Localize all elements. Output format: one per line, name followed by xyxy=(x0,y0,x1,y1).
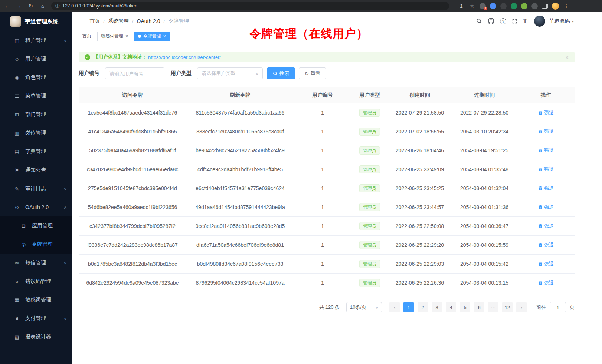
close-icon[interactable]: × xyxy=(163,34,166,39)
breadcrumb-system[interactable]: 系统管理 xyxy=(108,18,129,24)
refresh-token-cell: 333ecfc71e02480cb11055c875c3ca0f xyxy=(186,122,294,141)
browser-menu-icon[interactable]: ⋮ xyxy=(563,3,570,9)
actions-cell: 强退 xyxy=(517,179,575,198)
sidebar-item-report-designer[interactable]: ▧ 报表设计器 xyxy=(0,328,72,346)
page-button[interactable]: 6 xyxy=(474,302,484,312)
sidebar-item-payment[interactable]: ¥ 支付管理 ∨ xyxy=(0,309,72,328)
force-logout-button[interactable]: 强退 xyxy=(538,128,554,135)
chevron-down-icon[interactable]: ▾ xyxy=(572,19,574,23)
github-icon[interactable] xyxy=(488,18,494,24)
force-logout-button[interactable]: 强退 xyxy=(538,204,554,211)
sidebar-item-oauth2-application[interactable]: ⊡ 应用管理 xyxy=(0,216,72,235)
breadcrumb-home[interactable]: 首页 xyxy=(89,18,100,24)
user-avatar[interactable] xyxy=(534,16,545,27)
sidebar-item-menu[interactable]: ☰ 菜单管理 xyxy=(0,87,72,105)
user-id-input[interactable] xyxy=(105,67,164,79)
site-info-icon[interactable]: ⓘ xyxy=(55,3,60,9)
page-button[interactable]: 5 xyxy=(460,302,470,312)
sidebar-item-tenant[interactable]: ◫ 租户管理 ∨ xyxy=(0,31,72,50)
search-button[interactable]: 搜索 xyxy=(267,67,295,79)
doc-link[interactable]: https://doc.iocoder.cn/user-center/ xyxy=(148,54,221,60)
browser-profile-avatar[interactable] xyxy=(552,3,559,10)
tab-home[interactable]: 首页 xyxy=(79,32,95,41)
reload-icon[interactable]: ↻ xyxy=(27,3,34,9)
sidebar-item-error-code[interactable]: ‹› 错误码管理 xyxy=(0,272,72,291)
refresh-token-cell: 9ce8ef2aa9f14056b831ae9b608e28d5 xyxy=(186,217,294,236)
extension-icon[interactable] xyxy=(500,3,507,9)
oauth2-icon: ⊙ xyxy=(14,205,20,210)
home-icon[interactable]: ⌂ xyxy=(39,3,46,9)
sidebar-item-notice[interactable]: ⚑ 通知公告 xyxy=(0,161,72,179)
table-row: 41c41346a548490f9dc8b01c6bfe0865 333ecfc… xyxy=(79,122,575,141)
goto-page-input[interactable] xyxy=(550,302,566,312)
sidebar-item-role[interactable]: ◉ 角色管理 xyxy=(0,68,72,87)
sidebar-item-post[interactable]: ▥ 岗位管理 xyxy=(0,124,72,142)
doc-alert: ✓ 【用户体系】文档地址： https://doc.iocoder.cn/use… xyxy=(79,52,575,62)
bookmark-star-icon[interactable]: ☆ xyxy=(469,3,475,9)
force-logout-button[interactable]: 强退 xyxy=(538,223,554,229)
actions-cell: 强退 xyxy=(517,198,575,217)
access-token-cell: 275e5de9151045fe87cbdc395e004f4d xyxy=(79,179,186,198)
force-logout-button[interactable]: 强退 xyxy=(538,279,554,286)
table-row: f9336e7c7dd242a283ee98dc86b17a87 dfa6c71… xyxy=(79,236,575,255)
user-id-cell: 1 xyxy=(294,274,351,292)
url-bar[interactable]: ⓘ 127.0.0.1:1024/system/oauth2/token xyxy=(51,2,449,10)
page-button[interactable]: 2 xyxy=(418,302,428,312)
sidebar-item-dept[interactable]: ⊞ 部门管理 xyxy=(0,105,72,124)
side-panel-icon[interactable] xyxy=(542,4,548,9)
force-logout-button[interactable]: 强退 xyxy=(538,242,554,248)
expire-time-cell: 2054-03-04 00:13:15 xyxy=(451,274,517,292)
force-logout-button[interactable]: 强退 xyxy=(538,261,554,267)
force-logout-button[interactable]: 强退 xyxy=(538,147,554,154)
next-page-button[interactable]: › xyxy=(516,302,527,312)
breadcrumb-oauth2[interactable]: OAuth 2.0 xyxy=(137,18,160,24)
fullscreen-icon[interactable] xyxy=(512,19,517,24)
extension-icon[interactable] xyxy=(521,3,527,9)
alert-close-icon[interactable]: × xyxy=(565,54,569,60)
tab-sensitive-word[interactable]: 敏感词管理 × xyxy=(97,32,132,41)
page-button[interactable]: 12 xyxy=(502,302,513,312)
create-time-cell: 2022-06-25 22:50:08 xyxy=(388,217,451,236)
page-button[interactable]: 4 xyxy=(446,302,456,312)
extension-icon[interactable] xyxy=(490,3,496,9)
search-icon[interactable] xyxy=(476,18,482,24)
forward-icon[interactable]: → xyxy=(16,3,22,9)
sidebar-item-dict[interactable]: ▤ 字典管理 xyxy=(0,142,72,161)
sidebar-toggle-icon[interactable]: ☰ xyxy=(77,17,83,25)
sidebar-item-oauth2[interactable]: ⊙ OAuth 2.0 ∧ xyxy=(0,198,72,216)
sidebar-item-user[interactable]: ☺ 用户管理 xyxy=(0,50,72,68)
dict-icon: ▤ xyxy=(14,149,20,155)
user-type-cell: 管理员 xyxy=(351,274,388,292)
dept-icon: ⊞ xyxy=(14,112,20,118)
reset-button[interactable]: ↻ 重置 xyxy=(299,67,326,79)
username[interactable]: 芋道源码 xyxy=(549,18,570,24)
chevron-down-icon: ∨ xyxy=(63,187,67,191)
close-icon[interactable]: × xyxy=(125,34,128,39)
sidebar-item-audit-log[interactable]: ✎ 审计日志 ∨ xyxy=(0,179,72,198)
share-icon[interactable]: ↥ xyxy=(458,3,465,9)
error-code-icon: ‹› xyxy=(14,279,20,284)
back-icon[interactable]: ← xyxy=(4,3,10,9)
sidebar-item-oauth2-token[interactable]: ◎ 令牌管理 xyxy=(0,235,72,254)
sidebar-item-sms[interactable]: ✉ 短信管理 ∨ xyxy=(0,254,72,272)
delete-icon xyxy=(538,186,543,191)
token-table-body: 1ea5e44f8bc1467aaede43144f31de76 811c530… xyxy=(79,103,575,292)
prev-page-button[interactable]: ‹ xyxy=(389,302,400,312)
page-button[interactable]: 1 xyxy=(403,302,414,312)
delete-icon xyxy=(538,224,543,228)
extension-icon[interactable] xyxy=(531,3,538,9)
page-ellipsis-button[interactable]: ··· xyxy=(488,302,498,312)
help-icon[interactable]: ? xyxy=(500,18,506,24)
font-size-icon[interactable]: T xyxy=(523,18,527,24)
tab-token[interactable]: 令牌管理 × xyxy=(134,32,170,41)
sidebar-item-sensitive-word[interactable]: ▦ 敏感词管理 xyxy=(0,291,72,309)
extension-icon[interactable] xyxy=(511,3,517,9)
page-button[interactable]: 3 xyxy=(432,302,442,312)
page-content: ✓ 【用户体系】文档地址： https://doc.iocoder.cn/use… xyxy=(72,42,602,312)
force-logout-button[interactable]: 强退 xyxy=(538,185,554,192)
force-logout-button[interactable]: 强退 xyxy=(538,109,554,116)
page-size-select[interactable]: 10条/页 ∨ xyxy=(346,302,382,312)
extension-icon[interactable]: 1 xyxy=(480,3,486,9)
user-type-select[interactable]: 请选择用户类型 ∨ xyxy=(197,67,263,79)
force-logout-button[interactable]: 强退 xyxy=(538,166,554,173)
